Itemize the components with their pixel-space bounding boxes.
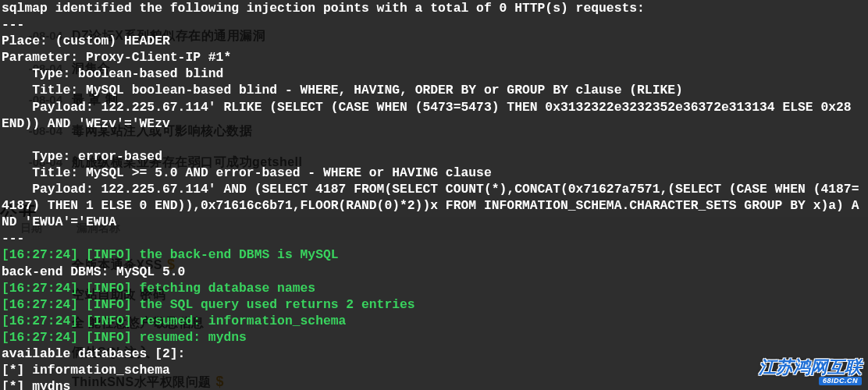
terminal-line: Payload: 122.225.67.114' RLIKE (SELECT (… xyxy=(2,99,866,132)
terminal-segment: resumed: mydns xyxy=(132,330,247,345)
terminal-segment: Payload: 122.225.67.114' RLIKE (SELECT (… xyxy=(2,100,859,131)
watermark-url: 68IDC.CN xyxy=(819,377,862,385)
terminal-segment: Type: boolean-based blind xyxy=(2,66,223,81)
terminal-line: --- xyxy=(2,230,866,246)
terminal-line: Place: (custom) HEADER xyxy=(2,33,866,49)
terminal-line: [16:27:24] [INFO] resumed: mydns xyxy=(2,329,866,346)
terminal-segment: --- xyxy=(2,231,24,246)
terminal-segment: Title: MySQL >= 5.0 AND error-based - WH… xyxy=(2,165,492,180)
terminal-segment: the SQL query used returns 2 entries xyxy=(132,297,415,312)
terminal-line: Payload: 122.225.67.114' AND (SELECT 418… xyxy=(2,181,866,230)
terminal-segment: --- xyxy=(2,17,24,32)
terminal-segment: fetching database names xyxy=(132,281,315,296)
terminal-segment: Payload: 122.225.67.114' AND (SELECT 418… xyxy=(2,182,859,229)
terminal-segment: [INFO] xyxy=(86,281,132,296)
terminal-segment: [16:27:24] xyxy=(2,281,86,296)
terminal-line: [*] information_schema xyxy=(2,362,866,378)
terminal-segment: available databases [2]: xyxy=(2,346,185,361)
terminal-overlay: sqlmap identified the following injectio… xyxy=(0,0,868,390)
terminal-line: [16:27:24] [INFO] fetching database name… xyxy=(2,280,866,296)
terminal-line: Type: error-based xyxy=(2,148,866,165)
terminal-line: available databases [2]: xyxy=(2,346,866,362)
terminal-segment: back-end DBMS: MySQL 5.0 xyxy=(2,264,185,279)
terminal-segment: [16:27:24] xyxy=(2,314,86,328)
terminal-segment: Type: error-based xyxy=(2,149,162,164)
terminal-segment: [INFO] xyxy=(86,330,132,345)
terminal-segment: Title: MySQL boolean-based blind - WHERE… xyxy=(2,83,683,98)
terminal-segment: [16:27:24] xyxy=(2,297,86,312)
terminal-line: [16:27:24] [INFO] the SQL query used ret… xyxy=(2,296,866,313)
terminal-segment: [INFO] xyxy=(86,297,132,312)
terminal-segment: Place: (custom) HEADER xyxy=(2,34,170,48)
terminal-segment: [16:27:24] xyxy=(2,330,86,345)
terminal-segment: [*] information_schema xyxy=(2,363,170,378)
terminal-segment: Parameter: Proxy-Client-IP #1* xyxy=(2,50,231,65)
terminal-line: [16:27:24] [INFO] the back-end DBMS is M… xyxy=(2,246,866,263)
terminal-line: Title: MySQL boolean-based blind - WHERE… xyxy=(2,82,866,98)
terminal-output[interactable]: sqlmap identified the following injectio… xyxy=(0,0,868,390)
terminal-line xyxy=(2,132,866,148)
terminal-line: sqlmap identified the following injectio… xyxy=(2,0,866,16)
terminal-segment: sqlmap identified the following injectio… xyxy=(2,1,645,16)
terminal-line: [16:27:24] [INFO] resumed: information_s… xyxy=(2,313,866,329)
terminal-segment: [INFO] xyxy=(86,247,132,262)
terminal-line: Title: MySQL >= 5.0 AND error-based - WH… xyxy=(2,165,866,181)
terminal-line: [*] mydns xyxy=(2,378,866,390)
terminal-line: Parameter: Proxy-Client-IP #1* xyxy=(2,49,866,66)
watermark: 江苏鸿网互联 68IDC.CN xyxy=(759,359,862,385)
terminal-line: back-end DBMS: MySQL 5.0 xyxy=(2,264,866,280)
terminal-segment: [*] mydns xyxy=(2,379,70,390)
watermark-brand: 江苏鸿网互联 xyxy=(759,359,862,376)
terminal-segment: the back-end DBMS is MySQL xyxy=(132,247,339,262)
terminal-segment: resumed: information_schema xyxy=(132,314,347,328)
terminal-segment: [INFO] xyxy=(86,314,132,328)
terminal-line: --- xyxy=(2,16,866,33)
terminal-segment: [16:27:24] xyxy=(2,247,86,262)
terminal-line: Type: boolean-based blind xyxy=(2,66,866,82)
